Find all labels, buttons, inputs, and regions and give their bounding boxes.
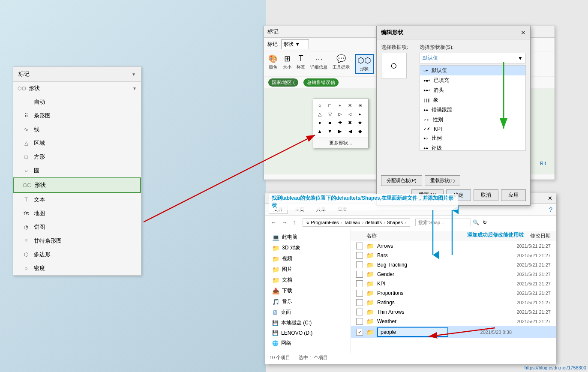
forward-btn[interactable]: → bbox=[280, 218, 289, 227]
file-row-thinarrows[interactable]: 📁 Thin Arrows 2021/5/21 21:27 bbox=[351, 307, 556, 317]
shape-cell-13[interactable]: ✚ bbox=[336, 119, 344, 126]
reload-shapes-button[interactable]: 重载形状(L) bbox=[425, 175, 460, 186]
menu-item-auto[interactable]: 自动 bbox=[13, 95, 141, 109]
shape-item-arrow[interactable]: ●●+ 箭头 bbox=[420, 85, 525, 95]
shape-cell-16[interactable]: ▲ bbox=[316, 127, 324, 135]
file-row-gender[interactable]: 📁 Gender 2021/5/21 21:27 bbox=[351, 270, 556, 279]
shape-arrow[interactable]: ▼ bbox=[132, 86, 137, 91]
file-row-ratings[interactable]: 📁 Ratings 2021/5/21 21:27 bbox=[351, 298, 556, 307]
assign-palette-button[interactable]: 分配调色板(P) bbox=[381, 175, 422, 186]
menu-item-square[interactable]: □ 方形 bbox=[13, 150, 141, 164]
help-icon[interactable]: ? bbox=[549, 206, 552, 213]
menu-item-text[interactable]: T 文本 bbox=[13, 193, 141, 207]
shape-cell-2[interactable]: □ bbox=[326, 102, 334, 109]
shape-cell-11[interactable]: ● bbox=[316, 119, 324, 126]
label-control[interactable]: T 标签 bbox=[297, 54, 305, 74]
explorer-close-icon[interactable]: ✕ bbox=[548, 195, 552, 201]
menu-item-circle[interactable]: ○ 圆 bbox=[13, 164, 141, 177]
menu-item-bar[interactable]: ⠿ 条形图 bbox=[13, 109, 141, 123]
color-control[interactable]: 🎨 颜色 bbox=[268, 54, 278, 74]
shape-cell-9[interactable]: ◁ bbox=[346, 110, 354, 118]
search-input[interactable] bbox=[415, 219, 471, 226]
file-row-people[interactable]: ✓ 📁 2021/5/23 8:38 bbox=[351, 326, 556, 338]
marks-type-dropdown[interactable]: 形状 ▼ bbox=[281, 39, 309, 49]
breadcrumb-tableau[interactable]: Tableau bbox=[344, 220, 360, 225]
shape-item-default[interactable]: ○+ 默认值 bbox=[420, 66, 525, 75]
shape-item-ratio[interactable]: ●○ 比例 bbox=[420, 133, 525, 143]
tab-file[interactable]: 文件 bbox=[269, 205, 288, 214]
maximize-icon[interactable]: □ bbox=[273, 196, 276, 201]
shape-cell-12[interactable]: ■ bbox=[326, 119, 334, 126]
nav-video[interactable]: 📁 视频 bbox=[265, 253, 351, 264]
shape-cell-4[interactable]: ✕ bbox=[346, 102, 354, 109]
nav-thispc[interactable]: 💻 此电脑 bbox=[265, 232, 351, 243]
tab-view[interactable]: 查看 bbox=[333, 205, 352, 214]
checkbox-bars[interactable] bbox=[356, 252, 363, 259]
reset-button[interactable]: 重置(R) bbox=[411, 189, 444, 201]
nav-music[interactable]: 🎵 音乐 bbox=[265, 296, 351, 307]
file-row-weather[interactable]: 📁 Weather 2021/5/21 21:27 bbox=[351, 317, 556, 326]
checkbox-proportions[interactable] bbox=[356, 290, 363, 297]
checkbox-kpi[interactable] bbox=[356, 280, 363, 287]
checkbox-arrows[interactable] bbox=[356, 243, 363, 249]
shape-item-kpi[interactable]: ✓✗ KPI bbox=[420, 125, 525, 133]
more-shapes-button[interactable]: 更多形状... bbox=[313, 138, 368, 148]
shape-cell-18[interactable]: ▶ bbox=[336, 127, 344, 135]
apply-button[interactable]: 应用 bbox=[501, 189, 526, 201]
file-row-proportions[interactable]: 📁 Proportions 2021/5/21 21:27 bbox=[351, 288, 556, 298]
shape-cell-10[interactable]: ▸ bbox=[356, 110, 364, 118]
nav-lenovo[interactable]: 💾 LENOVO (D:) bbox=[265, 328, 351, 338]
menu-item-density[interactable]: ○ 密度 bbox=[13, 261, 141, 275]
minimize-icon[interactable]: ─ bbox=[269, 196, 272, 201]
shape-list[interactable]: ○+ 默认值 ●■+ 已填充 ●●+ 箭头 ∥∥∥ 象 bbox=[420, 65, 526, 151]
shape-item-chart[interactable]: ∥∥∥ 象 bbox=[420, 95, 525, 105]
shape-item-rating[interactable]: ●● 评级 bbox=[420, 143, 525, 151]
shape-cell-1[interactable]: ○ bbox=[316, 102, 324, 109]
shape-cell-17[interactable]: ▼ bbox=[326, 127, 334, 135]
shape-cell-20[interactable]: ◆ bbox=[356, 127, 364, 135]
search-icon[interactable]: 🔍 bbox=[473, 219, 479, 225]
shape-item-filled[interactable]: ●■+ 已填充 bbox=[420, 75, 525, 85]
shape-item-errortrack[interactable]: ●● 错误跟踪 bbox=[420, 105, 525, 115]
nav-doc[interactable]: 📁 文档 bbox=[265, 275, 351, 285]
nav-picture[interactable]: 📁 图片 bbox=[265, 264, 351, 275]
checkbox-thinarrows[interactable] bbox=[356, 309, 363, 315]
nav-localc[interactable]: 💾 本地磁盘 (C:) bbox=[265, 318, 351, 328]
breadcrumb-program-files[interactable]: ProgramFiles bbox=[311, 220, 339, 225]
shape-cell-3[interactable]: + bbox=[336, 102, 344, 109]
checkbox-people[interactable]: ✓ bbox=[356, 329, 363, 336]
tab-home[interactable]: 主页 bbox=[290, 205, 309, 214]
breadcrumb-shapes[interactable]: Shapes bbox=[387, 220, 403, 225]
nav-network[interactable]: 🌐 网络 bbox=[265, 338, 351, 348]
shape-dropdown[interactable]: 默认值 ▼ bbox=[420, 53, 526, 63]
cancel-button[interactable]: 取消 bbox=[474, 189, 498, 201]
file-row-arrows[interactable]: 📁 Arrows 2021/5/21 21:27 bbox=[351, 241, 556, 251]
file-row-bars[interactable]: 📁 Bars 2021/5/21 21:27 bbox=[351, 251, 556, 260]
checkbox-bugtracking[interactable] bbox=[356, 261, 363, 268]
shape-cell-14[interactable]: ✖ bbox=[346, 119, 354, 126]
menu-item-shape[interactable]: ⬡⬡ 形状 bbox=[13, 177, 141, 193]
file-row-bugtracking[interactable]: 📁 Bug Tracking 2021/5/21 21:27 bbox=[351, 260, 556, 270]
dialog-close-button[interactable]: ✕ bbox=[521, 29, 526, 36]
menu-item-map[interactable]: 🗺 地图 bbox=[13, 207, 141, 220]
shape-cell-19[interactable]: ◀ bbox=[346, 127, 354, 135]
menu-item-line[interactable]: ∿ 线 bbox=[13, 123, 141, 136]
nav-download[interactable]: 📥 下载 bbox=[265, 285, 351, 296]
confirm-button[interactable]: 确定 bbox=[446, 189, 471, 201]
menu-item-polygon[interactable]: ⬡ 多边形 bbox=[13, 248, 141, 261]
checkbox-ratings[interactable] bbox=[356, 299, 363, 306]
checkbox-weather[interactable] bbox=[356, 318, 363, 325]
shape-cell-5[interactable]: ✳ bbox=[356, 102, 364, 109]
shape-selector-row[interactable]: ⬡⬡ 形状 ▼ bbox=[13, 82, 141, 95]
up-btn[interactable]: ↑ bbox=[291, 218, 297, 227]
shape-control[interactable]: ⬡⬡ 形状 bbox=[355, 54, 374, 74]
nav-desktop[interactable]: 🖥 桌面 bbox=[265, 307, 351, 318]
nav-3dobj[interactable]: 📁 3D 对象 bbox=[265, 243, 351, 253]
checkbox-gender[interactable] bbox=[356, 271, 363, 278]
shape-cell-8[interactable]: ▷ bbox=[336, 110, 344, 118]
size-control[interactable]: ⊞ 大小 bbox=[283, 54, 291, 74]
shape-cell-7[interactable]: ▽ bbox=[326, 110, 334, 118]
menu-item-area[interactable]: △ 区域 bbox=[13, 136, 141, 150]
people-name-input[interactable] bbox=[377, 327, 448, 337]
file-row-kpi[interactable]: 📁 KPI 2021/5/21 21:27 bbox=[351, 279, 556, 288]
